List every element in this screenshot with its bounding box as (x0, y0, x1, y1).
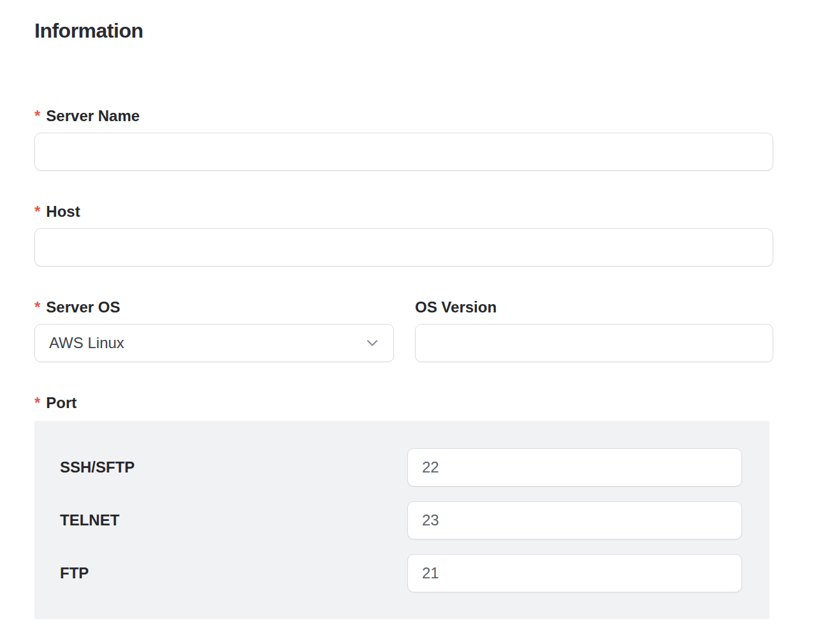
port-row-ftp: FTP (60, 554, 744, 592)
os-version-field: OS Version (415, 298, 773, 362)
server-os-select[interactable]: AWS Linux (34, 324, 394, 362)
server-name-label-text: Server Name (46, 107, 140, 125)
required-asterisk: * (34, 394, 40, 412)
telnet-port-input[interactable] (407, 501, 742, 539)
chevron-down-icon (365, 336, 379, 350)
server-os-label: * Server OS (34, 298, 394, 316)
ftp-port-input[interactable] (407, 554, 742, 592)
required-asterisk: * (34, 107, 40, 125)
server-name-field: * Server Name (34, 107, 773, 171)
os-version-label: OS Version (415, 298, 773, 316)
server-name-input[interactable] (34, 133, 773, 171)
ssh-sftp-port-input[interactable] (407, 448, 742, 487)
port-field: * Port SSH/SFTP TELNET FTP (34, 394, 773, 619)
os-row: * Server OS AWS Linux OS Version (34, 298, 773, 362)
port-row-telnet: TELNET (60, 501, 744, 539)
telnet-label: TELNET (60, 511, 407, 529)
os-version-label-text: OS Version (415, 298, 497, 316)
host-label: * Host (34, 203, 773, 221)
server-information-form: * Server Name * Host * Server OS AWS Lin… (34, 107, 773, 619)
host-input[interactable] (34, 228, 773, 267)
server-name-label: * Server Name (34, 107, 773, 125)
host-field: * Host (34, 203, 773, 267)
port-row-ssh-sftp: SSH/SFTP (60, 448, 744, 487)
os-version-input[interactable] (415, 324, 773, 362)
port-label-text: Port (46, 394, 76, 412)
host-label-text: Host (46, 203, 80, 221)
page-title: Information (34, 19, 773, 42)
ftp-label: FTP (60, 564, 407, 582)
server-os-selected-value: AWS Linux (49, 334, 124, 352)
server-os-field: * Server OS AWS Linux (34, 298, 394, 362)
required-asterisk: * (34, 203, 40, 221)
required-asterisk: * (34, 298, 40, 316)
information-page: Information * Server Name * Host * Serve… (0, 0, 830, 644)
port-label: * Port (34, 394, 773, 412)
server-os-label-text: Server OS (46, 298, 120, 316)
port-settings-panel: SSH/SFTP TELNET FTP (34, 421, 769, 619)
ssh-sftp-label: SSH/SFTP (60, 458, 407, 476)
